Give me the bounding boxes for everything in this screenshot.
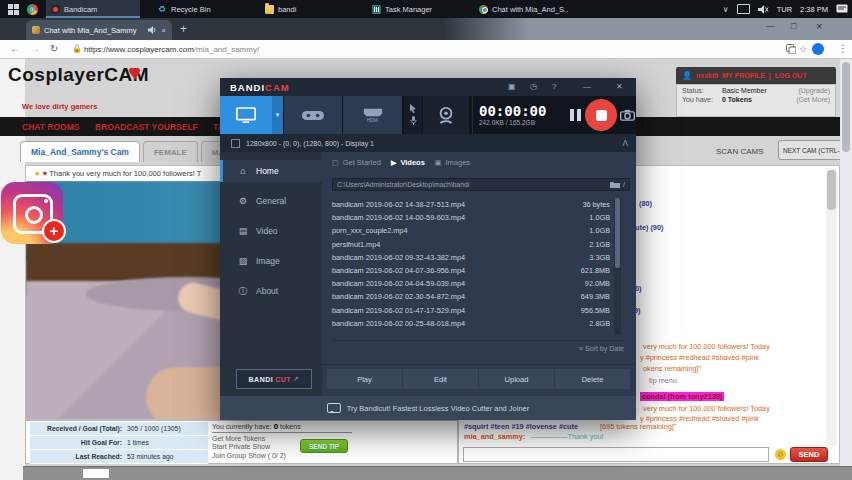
page-horizontal-scrollbar[interactable]	[23, 466, 852, 480]
capture-checkbox[interactable]	[231, 139, 240, 148]
webcam-overlay-button[interactable]	[423, 96, 469, 134]
app-icon	[372, 5, 381, 14]
username[interactable]: nxxkt9	[696, 72, 718, 79]
site-nav-link[interactable]: BROADCAST YOURSELF	[95, 122, 198, 132]
path-slash: /	[623, 181, 625, 188]
taskbar-app[interactable]: Chat with Mia_And_S...	[474, 0, 568, 18]
profile-avatar[interactable]	[812, 43, 824, 55]
window-minimize-button[interactable]: —	[766, 21, 775, 31]
capture-target-bar[interactable]: 1280x800 - (0, 0), (1280, 800) - Display…	[220, 134, 636, 152]
browser-tab[interactable]: Chat with Mia_And_Sammy ×	[26, 20, 172, 40]
taskbar-app[interactable]: Recycle Bin	[153, 0, 247, 18]
browse-folder-icon[interactable]	[610, 181, 620, 189]
file-row[interactable]: porn_xxx_couple2.mp4 1.0GB	[332, 224, 610, 237]
userbar-separator: |	[769, 72, 771, 79]
library-path-bar[interactable]: C:\Users\Administrator\Desktop\mach\band…	[332, 178, 630, 191]
translate-icon[interactable]	[786, 44, 796, 54]
library-tab[interactable]: Videos	[391, 158, 425, 167]
site-nav-link[interactable]: CHAT ROOMS	[22, 122, 79, 132]
sidebar-item[interactable]: Home	[220, 160, 322, 182]
microphone-icon[interactable]	[410, 116, 417, 126]
tray-language[interactable]: TUR	[777, 5, 792, 14]
chat-input[interactable]	[463, 447, 769, 462]
instagram-follow-plus-icon[interactable]: +	[42, 219, 66, 243]
forward-button[interactable]: →	[30, 43, 40, 54]
file-action-button[interactable]: Edit	[403, 369, 479, 389]
bookmark-star-icon[interactable]: ☆	[799, 44, 807, 54]
bandicam-titlebar[interactable]: BANDICAM ▣ ◷ ? — ✕	[220, 78, 636, 96]
sidebar-item[interactable]: About	[220, 280, 322, 302]
tray-clock[interactable]: 2:38 PM	[800, 5, 828, 14]
cam-tab[interactable]: Mia_And_Sammy's Cam	[20, 141, 140, 162]
emoji-icon[interactable]: ☺	[775, 449, 786, 460]
cam-tab[interactable]: FEMALE	[143, 141, 198, 162]
bandicam-minimize-button[interactable]: —	[583, 82, 591, 91]
taskbar-app[interactable]: Task Manager	[367, 0, 461, 18]
screen-mode-dropdown[interactable]: ▼	[272, 96, 283, 134]
chat-message: condsl (from tony2139)	[640, 392, 724, 401]
network-icon[interactable]	[737, 4, 750, 14]
my-profile-link[interactable]: MY PROFILE	[722, 72, 765, 79]
library-tab[interactable]: Images	[435, 158, 470, 167]
window-maximize-button[interactable]: □	[791, 21, 796, 31]
pause-button[interactable]	[566, 96, 584, 134]
sidebar-item[interactable]: Image	[220, 250, 322, 272]
chrome-launcher-icon[interactable]	[27, 4, 38, 15]
sidebar-item[interactable]: Video	[220, 220, 322, 242]
bandicam-close-button[interactable]: ✕	[616, 82, 623, 91]
file-list-scrollbar[interactable]	[614, 198, 621, 335]
site-logo-heart-icon: ♥	[128, 60, 141, 86]
file-row[interactable]: bandicam 2019-06-02 02-30-54-872.mp4 649…	[332, 290, 610, 303]
recording-timer: 00:00:00 242.0KB / 165.2GB	[472, 96, 564, 134]
help-icon[interactable]: ?	[552, 82, 556, 91]
taskbar-app[interactable]: bandi	[260, 0, 354, 18]
page-vertical-scrollbar[interactable]	[840, 58, 852, 480]
window-close-button[interactable]: ×	[816, 20, 822, 32]
logout-link[interactable]: LOG OUT	[775, 72, 807, 79]
scan-cams-link[interactable]: SCAN CAMS	[716, 147, 764, 156]
bandicut-promo-bar[interactable]: Try Bandicut! Fastest Lossless Video Cut…	[220, 396, 636, 420]
tab-close-icon[interactable]: ×	[161, 26, 166, 35]
new-tab-button[interactable]: +	[180, 22, 187, 36]
file-action-button[interactable]: Delete	[555, 369, 630, 389]
sort-by-date[interactable]: ≡ Sort by Date	[332, 340, 624, 352]
back-button[interactable]: ←	[10, 43, 20, 54]
upgrade-link[interactable]: (Upgrade)	[798, 87, 830, 94]
file-row[interactable]: persifnut1.mp4 2.1GB	[332, 238, 610, 251]
device-recording-mode-button[interactable]: HDMI	[343, 96, 402, 134]
reload-button[interactable]: ↻	[50, 43, 58, 54]
bandicut-button[interactable]: BANDICUT↗	[236, 369, 312, 389]
file-action-button[interactable]: Play	[327, 369, 403, 389]
record-stop-button[interactable]	[584, 96, 618, 134]
cursor-icon[interactable]	[409, 104, 417, 113]
library-tab[interactable]: Get Started	[332, 158, 381, 167]
file-row[interactable]: bandicam 2019-06-02 14-00-59-603.mp4 1.0…	[332, 211, 610, 224]
file-row[interactable]: bandicam 2019-06-02 01-47-17-529.mp4 956…	[332, 304, 610, 317]
file-row[interactable]: bandicam 2019-06-02 04-07-36-956.mp4 621…	[332, 264, 610, 277]
file-row[interactable]: bandicam 2019-06-02 09-32-43-382.mp4 3.3…	[332, 251, 610, 264]
sidebar-item[interactable]: General	[220, 190, 322, 212]
schedule-icon[interactable]: ◷	[530, 82, 537, 91]
file-row[interactable]: bandicam 2019-06-02 14-38-27-513.mp4 36 …	[332, 198, 610, 211]
chat-send-button[interactable]: SEND	[790, 447, 828, 462]
browser-menu-icon[interactable]: ⋮	[838, 43, 848, 54]
send-tip-button[interactable]: SEND TIP	[300, 439, 348, 453]
screenshot-button[interactable]	[619, 96, 636, 134]
tray-chevron-icon[interactable]: ∨	[723, 5, 729, 14]
start-button-icon[interactable]	[8, 4, 19, 15]
game-recording-mode-button[interactable]	[284, 96, 342, 134]
collapse-chevron-icon[interactable]: ᐱ	[623, 139, 628, 148]
notification-icon[interactable]	[836, 4, 848, 14]
chat-scrollbar[interactable]	[826, 168, 837, 446]
screen-recording-mode-button[interactable]	[220, 96, 272, 134]
file-name: bandicam 2019-06-02 14-00-59-603.mp4	[332, 213, 558, 222]
file-action-button[interactable]: Upload	[479, 369, 555, 389]
volume-muted-icon[interactable]	[758, 5, 769, 14]
file-row[interactable]: bandicam 2019-06-02 00-25-48-018.mp4 2.8…	[332, 317, 610, 330]
taskbar-app[interactable]: Bandicam	[46, 0, 140, 18]
url-text[interactable]: https://www.cosplayercam.com/mia_and_sam…	[84, 45, 259, 54]
get-more-link[interactable]: (Get More)	[796, 96, 830, 103]
file-row[interactable]: bandicam 2019-06-02 04-04-59-039.mp4 92.…	[332, 277, 610, 290]
tab-audio-icon[interactable]	[148, 26, 157, 34]
open-folder-icon[interactable]: ▣	[508, 82, 516, 91]
